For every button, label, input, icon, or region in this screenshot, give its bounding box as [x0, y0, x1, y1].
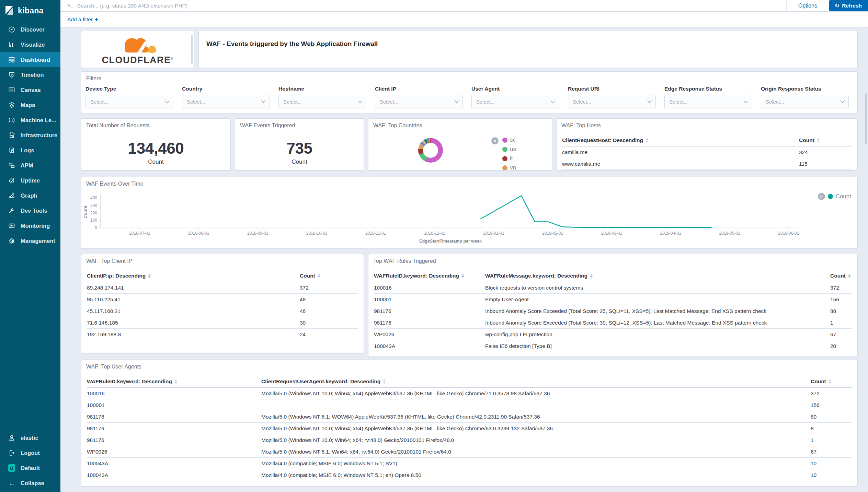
table-cell: Empty User-Agent — [485, 294, 830, 305]
legend-item-it[interactable]: it — [502, 155, 516, 162]
filter-select-user-agent[interactable]: Select... — [471, 95, 559, 108]
panel-title: WAF: Top Countries — [368, 119, 552, 129]
sidebar-item-monitoring[interactable]: Monitoring — [0, 218, 60, 233]
sidebar-item-machine-learning[interactable]: Machine Le... — [0, 113, 60, 128]
filter-field-client-ip: Client IP Select... — [375, 86, 463, 108]
metric-panel-waf-events: WAF Events Triggered 735 Count — [235, 118, 364, 171]
column-header[interactable]: Count — [300, 271, 358, 282]
window-scrollbar-thumb[interactable] — [865, 93, 867, 144]
table-cell: Mozilla/4.0 (compatible; MSIE 6.0; Windo… — [261, 469, 811, 481]
table-cell — [261, 399, 811, 411]
sidebar-item-visualize[interactable]: Visualize — [0, 37, 60, 52]
discover-icon — [8, 26, 15, 33]
dev-tools-icon — [8, 207, 15, 214]
table-cell: 100043A — [374, 340, 485, 352]
filter-select-device-type[interactable]: Select... — [85, 95, 173, 108]
sidebar-item-canvas[interactable]: Canvas — [0, 82, 60, 97]
refresh-icon: ↻ — [835, 2, 839, 9]
table-cell: 100016 — [374, 282, 485, 294]
svg-text:2019-06-01: 2019-06-01 — [778, 231, 799, 236]
top-user-agents-panel: WAF: Top User Agents WAFRuleID.keyword: … — [81, 360, 858, 487]
sidebar-item-dev-tools[interactable]: Dev Tools — [0, 203, 60, 218]
table-cell: 89.248.174.141 — [87, 282, 300, 294]
column-header[interactable]: Count — [811, 376, 852, 388]
options-button[interactable]: Options — [787, 0, 829, 11]
sidebar-item-logout[interactable]: Logout — [0, 445, 60, 460]
table-cell: 67 — [811, 446, 852, 458]
column-header[interactable]: WAFRuleMessage.keyword: Descending — [485, 271, 830, 282]
chevron-down-icon — [358, 98, 362, 103]
column-header[interactable]: WAFRuleID.keyword: Descending — [87, 376, 261, 388]
sidebar-item-collapse[interactable]: ← Collapse — [0, 476, 60, 491]
sidebar-item-infrastructure[interactable]: Infrastructure — [0, 128, 60, 143]
panel-title: WAF Events Triggered — [235, 119, 364, 129]
sidebar-item-uptime[interactable]: Uptime — [0, 173, 60, 188]
chevron-down-icon — [647, 98, 652, 103]
kibana-logo-icon — [4, 5, 14, 16]
top-countries-legend: scusitvn — [502, 137, 516, 171]
sidebar-footer: elastic Logout D Default ← Collapse — [0, 430, 60, 492]
sidebar-item-maps[interactable]: Maps — [0, 97, 60, 113]
top-bar: >_ Options ↻ Refresh — [60, 0, 868, 12]
panel-title: Total Number of Requests — [81, 119, 230, 129]
filter-select-country[interactable]: Select... — [182, 95, 270, 108]
table-cell: 95.110.225.41 — [87, 294, 300, 305]
column-header[interactable]: ClientRequestHost: Descending — [562, 135, 799, 147]
add-filter-button[interactable]: Add a filter+ — [67, 16, 98, 23]
search-input[interactable] — [77, 3, 786, 9]
table-cell: 115 — [799, 158, 852, 170]
table-cell: Mozilla/4.0 (compatible; MSIE 6.0; Windo… — [261, 458, 811, 469]
svg-text:2019-04-01: 2019-04-01 — [660, 231, 682, 236]
table-cell: 372 — [300, 282, 358, 294]
filter-select-origin-response-status[interactable]: Select... — [761, 95, 849, 108]
filter-field-request-uri: Request URI Select... — [568, 86, 656, 108]
column-header[interactable]: Count — [799, 135, 852, 147]
sort-icon — [817, 138, 820, 142]
sidebar-item-dashboard[interactable]: Dashboard — [0, 52, 60, 67]
query-console-icon: >_ — [67, 3, 73, 9]
table-cell: Inbound Anomaly Score Exceeded (Total Sc… — [485, 305, 830, 317]
sidebar-item-user-elastic[interactable]: elastic — [0, 430, 60, 445]
column-header[interactable]: ClientRequestUserAgent.keyword: Descendi… — [261, 376, 811, 388]
panel-scrollbar[interactable] — [191, 35, 193, 64]
graph-icon — [8, 192, 15, 199]
sidebar-item-space-default[interactable]: D Default — [0, 460, 60, 476]
table-cell: 100016 — [87, 388, 261, 399]
svg-text:2018-10-01: 2018-10-01 — [306, 231, 328, 236]
kibana-logo: kibana — [0, 0, 60, 22]
filter-bar: Add a filter+ — [60, 12, 868, 27]
filter-select-request-uri[interactable]: Select... — [568, 95, 656, 108]
column-header[interactable]: Count — [830, 271, 852, 282]
top-waf-rules-table: WAFRuleID.keyword: Descending WAFRuleMes… — [374, 271, 852, 352]
column-header[interactable]: WAFRuleID.keyword: Descending — [374, 271, 485, 282]
table-cell: Mozilla/5.0 (Windows NT 6.1; WOW64) Appl… — [261, 411, 811, 423]
table-cell: 981176 — [87, 434, 261, 446]
space-default-icon: D — [8, 465, 15, 471]
legend-collapse-icon[interactable]: > — [491, 137, 499, 144]
filter-select-client-ip[interactable]: Select... — [375, 95, 463, 108]
refresh-button[interactable]: ↻ Refresh — [829, 0, 868, 11]
table-cell: 10 — [811, 469, 852, 481]
sidebar-item-discover[interactable]: Discover — [0, 22, 60, 37]
dashboard-title: WAF - Events triggered by the Web Applic… — [199, 31, 857, 48]
filter-select-edge-response-status[interactable]: Select... — [664, 95, 752, 108]
chevron-down-icon — [261, 98, 266, 103]
legend-item-us[interactable]: us — [502, 146, 516, 153]
plus-icon: + — [95, 16, 98, 23]
panel-title: WAF: Top Hosts — [557, 119, 857, 129]
filters-row: Device Type Select... Country Select... … — [81, 82, 857, 108]
legend-item-vn[interactable]: vn — [502, 164, 516, 171]
filter-select-hostname[interactable]: Select... — [278, 95, 366, 108]
table-cell: 981176 — [374, 305, 485, 317]
filter-field-origin-response-status: Origin Response Status Select... — [761, 86, 849, 108]
legend-item-sc[interactable]: sc — [502, 137, 516, 143]
sidebar-item-management[interactable]: Management — [0, 233, 60, 248]
sidebar-item-graph[interactable]: Graph — [0, 188, 60, 203]
sidebar-item-logs[interactable]: Logs — [0, 143, 60, 158]
sidebar-item-apm[interactable]: APM — [0, 158, 60, 173]
sidebar-item-timelion[interactable]: Timelion — [0, 67, 60, 82]
table-cell: 324 — [799, 147, 852, 158]
chevron-down-icon — [454, 98, 459, 103]
column-header[interactable]: ClientIP.ip: Descending — [87, 271, 300, 282]
logs-icon — [8, 147, 15, 154]
